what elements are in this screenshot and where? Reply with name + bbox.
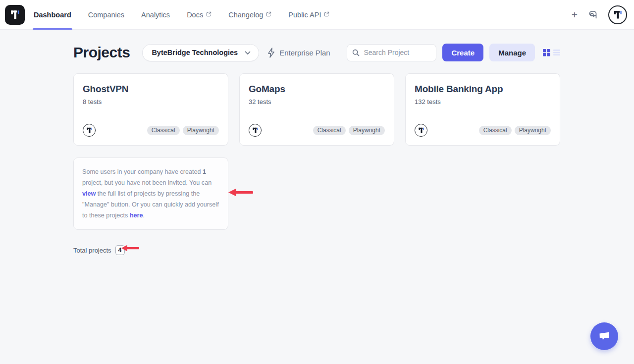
notice-text: . xyxy=(143,212,145,219)
here-link[interactable]: here xyxy=(130,212,143,219)
project-name: GhostVPN xyxy=(83,84,219,95)
add-button[interactable]: + xyxy=(572,9,578,20)
badge-playwright: Playwright xyxy=(183,126,219,135)
topbar-actions: + xyxy=(572,5,627,24)
nav-item-public-api[interactable]: Public API xyxy=(288,0,329,30)
lightning-icon xyxy=(267,48,275,58)
notice-text: project, but you have not been invited. … xyxy=(82,179,211,186)
top-navigation-bar: Dashboard Companies Analytics Docs Chang… xyxy=(0,0,634,30)
page-title: Projects xyxy=(73,44,130,61)
nav-label: Public API xyxy=(288,11,321,19)
nav-item-analytics[interactable]: Analytics xyxy=(141,0,170,30)
t-logo-icon xyxy=(8,8,21,21)
nav-label: Analytics xyxy=(141,11,170,19)
t-logo-icon xyxy=(612,9,624,21)
badge-classical: Classical xyxy=(479,126,512,135)
nav-item-changelog[interactable]: Changelog xyxy=(228,0,271,30)
project-search xyxy=(347,44,436,61)
main-content: Projects ByteBridge Technologies Enterpr… xyxy=(73,44,560,255)
grid-view-icon[interactable] xyxy=(543,49,550,56)
external-link-icon xyxy=(206,11,211,17)
badge-playwright: Playwright xyxy=(515,126,551,135)
plan-indicator: Enterprise Plan xyxy=(267,48,330,58)
notice-text: Some users in your company have created xyxy=(82,168,203,175)
chevron-down-icon xyxy=(245,51,251,55)
project-logo-icon xyxy=(415,124,427,137)
total-projects-label: Total projects xyxy=(73,247,111,254)
annotation-arrow-total xyxy=(121,244,140,254)
user-avatar[interactable] xyxy=(608,5,627,24)
external-link-icon xyxy=(324,11,329,17)
uninvited-projects-notice: Some users in your company have created … xyxy=(73,157,228,230)
badge-playwright: Playwright xyxy=(349,126,385,135)
nav-label: Dashboard xyxy=(34,11,71,19)
project-card-ghostvpn[interactable]: GhostVPN 8 tests Classical Playwright xyxy=(73,73,228,146)
nav-item-companies[interactable]: Companies xyxy=(88,0,124,30)
manage-button[interactable]: Manage xyxy=(489,44,535,61)
main-nav: Dashboard Companies Analytics Docs Chang… xyxy=(34,0,329,30)
badge-classical: Classical xyxy=(313,126,346,135)
notice-text: the full list of projects by pressing th… xyxy=(82,190,219,219)
project-cards: GhostVPN 8 tests Classical Playwright Go… xyxy=(73,73,560,146)
notice-project-count: 1 xyxy=(203,168,206,175)
company-selector[interactable]: ByteBridge Technologies xyxy=(142,44,259,61)
project-logo-icon xyxy=(83,124,96,137)
company-selector-value: ByteBridge Technologies xyxy=(152,49,238,56)
external-link-icon xyxy=(266,11,271,17)
plan-name: Enterprise Plan xyxy=(279,49,330,57)
badge-classical: Classical xyxy=(147,126,180,135)
project-test-count: 32 tests xyxy=(249,98,385,105)
view-link[interactable]: view xyxy=(82,190,96,197)
search-icon xyxy=(352,49,360,56)
project-card-mobile-banking-app[interactable]: Mobile Banking App 132 tests Classical P… xyxy=(405,73,560,146)
nav-label: Changelog xyxy=(228,11,263,19)
annotation-arrow-notice xyxy=(227,188,254,199)
project-test-count: 132 tests xyxy=(415,98,551,105)
nav-item-dashboard[interactable]: Dashboard xyxy=(34,0,71,30)
project-name: GoMaps xyxy=(249,84,385,95)
nav-label: Companies xyxy=(88,11,124,19)
project-test-count: 8 tests xyxy=(83,98,219,105)
nav-label: Docs xyxy=(187,11,203,19)
speech-bubble-icon xyxy=(598,330,611,342)
projects-header: Projects ByteBridge Technologies Enterpr… xyxy=(73,44,560,61)
project-name: Mobile Banking App xyxy=(415,84,551,95)
projects-summary: Total projects 4 xyxy=(73,245,560,255)
app-logo[interactable] xyxy=(5,5,25,25)
search-input[interactable] xyxy=(364,49,431,56)
list-view-icon[interactable] xyxy=(553,49,560,56)
nav-item-docs[interactable]: Docs xyxy=(187,0,211,30)
project-card-gomaps[interactable]: GoMaps 32 tests Classical Playwright xyxy=(239,73,394,146)
global-search-icon[interactable] xyxy=(588,10,598,20)
view-toggles xyxy=(543,49,560,56)
project-logo-icon xyxy=(249,124,262,137)
create-button[interactable]: Create xyxy=(442,44,483,61)
chat-widget-button[interactable] xyxy=(590,322,618,350)
